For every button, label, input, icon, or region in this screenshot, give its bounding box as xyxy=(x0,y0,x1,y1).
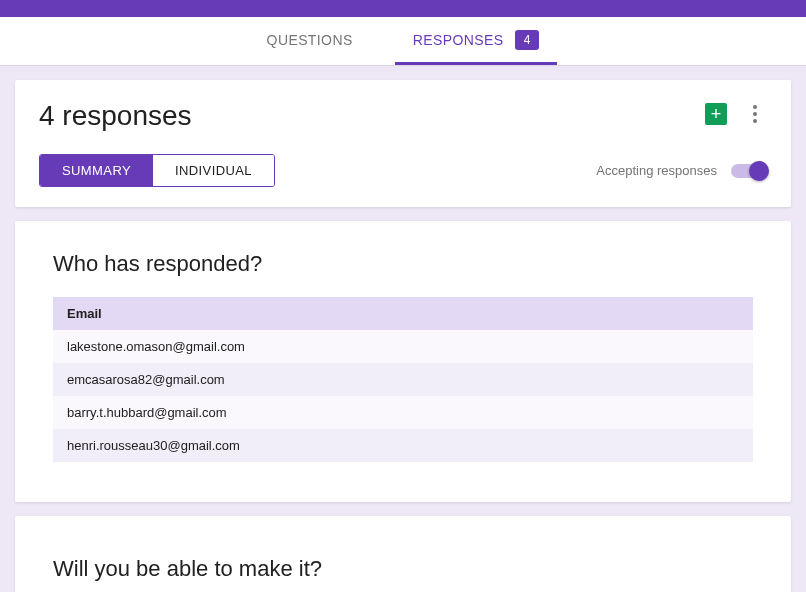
tab-responses[interactable]: Responses 4 xyxy=(395,17,558,65)
respondent-table: Email lakestone.omason@gmail.com emcasar… xyxy=(53,297,753,462)
email-column-header: Email xyxy=(53,297,753,330)
sheets-icon: + xyxy=(711,105,722,123)
create-spreadsheet-button[interactable]: + xyxy=(705,103,727,125)
responses-card: 4 responses + Summary xyxy=(15,80,791,207)
who-responded-card: Who has responded? Email lakestone.omaso… xyxy=(15,221,791,502)
responses-count-badge: 4 xyxy=(515,30,539,50)
question-title: Will you be able to make it? xyxy=(53,556,753,582)
toggle-knob xyxy=(749,161,769,181)
segment-summary[interactable]: Summary xyxy=(40,155,153,186)
table-row: barry.t.hubbard@gmail.com xyxy=(53,396,753,429)
segment-summary-label: Summary xyxy=(62,163,131,178)
view-segment: Summary Individual xyxy=(39,154,275,187)
app-chrome-top xyxy=(0,0,806,17)
segment-individual-label: Individual xyxy=(175,163,252,178)
segment-individual[interactable]: Individual xyxy=(153,155,274,186)
question-card: Will you be able to make it? 4 responses xyxy=(15,516,791,592)
accepting-responses-label: Accepting responses xyxy=(596,163,717,178)
accepting-responses-toggle[interactable] xyxy=(731,164,767,178)
responses-title: 4 responses xyxy=(39,100,192,132)
tab-questions-label: Questions xyxy=(267,32,353,48)
tab-questions[interactable]: Questions xyxy=(249,17,371,65)
table-row: lakestone.omason@gmail.com xyxy=(53,330,753,363)
more-options-button[interactable] xyxy=(743,102,767,126)
more-vert-icon xyxy=(753,105,757,109)
table-row: henri.rousseau30@gmail.com xyxy=(53,429,753,462)
who-responded-title: Who has responded? xyxy=(53,251,753,277)
tabbar: Questions Responses 4 xyxy=(0,17,806,65)
tab-responses-label: Responses xyxy=(413,32,504,48)
table-row: emcasarosa82@gmail.com xyxy=(53,363,753,396)
page-background: Questions Responses 4 4 responses + xyxy=(0,17,806,592)
